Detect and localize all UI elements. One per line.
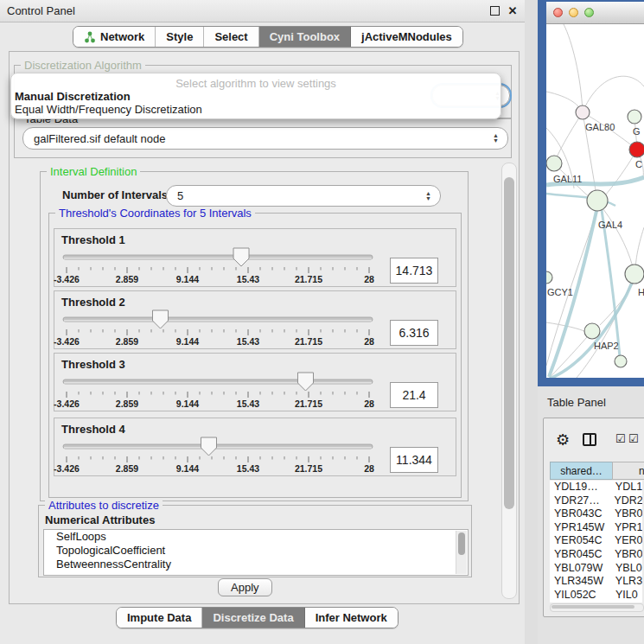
zoom-traffic-light-icon[interactable] (584, 8, 594, 17)
attribute-item[interactable]: BetweennessCentrality (44, 558, 468, 571)
threshold-label: Threshold 2 (61, 296, 125, 309)
network-window-titlebar[interactable] (546, 2, 644, 24)
cell-name: YBR0 (613, 548, 642, 562)
threshold-value-field[interactable]: 14.713 (390, 258, 438, 284)
network-node[interactable] (546, 156, 562, 171)
split-columns-icon[interactable] (583, 433, 596, 446)
slider-thumb (297, 373, 313, 391)
network-node[interactable] (584, 323, 600, 339)
network-node[interactable] (546, 271, 552, 284)
threshold-value-field[interactable]: 11.344 (390, 447, 438, 473)
svg-text:9.144: 9.144 (176, 463, 199, 474)
tab-label: jActiveMNodules (361, 30, 452, 43)
cell-name: YIL0 (614, 589, 638, 603)
tab-impute-data[interactable]: Impute Data (117, 608, 202, 628)
svg-text:2.859: 2.859 (116, 463, 138, 474)
attribute-item[interactable]: SelfLoops (44, 530, 468, 544)
threshold-slider[interactable]: -3.4262.8599.14415.4321.71528 (56, 436, 385, 475)
svg-text:2.859: 2.859 (116, 274, 138, 284)
threshold-row-3: Threshold 3-3.4262.8599.14415.4321.71528… (54, 353, 456, 411)
control-panel: Control Panel ✕ NetworkStyleSelectCyni T… (0, 0, 525, 644)
table-rows[interactable]: YDL19…YDL1YDR27…YDR2YBR043CYBR0YPR145WYP… (550, 481, 642, 603)
table-row[interactable]: YBL079WYBL0 (550, 562, 642, 576)
table-row[interactable]: YDL19…YDL1 (550, 481, 642, 494)
threshold-slider[interactable]: -3.4262.8599.14415.4321.71528 (56, 309, 385, 348)
node-label: GCY1 (547, 287, 573, 297)
interval-definition-title: Interval Definition (47, 166, 140, 177)
svg-text:2.859: 2.859 (116, 399, 138, 409)
cell-name: YBR0 (613, 507, 642, 521)
panel-vertical-scrollbar[interactable] (501, 163, 517, 599)
network-canvas[interactable]: GAL80GCGAL11GAL4GCY1HHAP2 (546, 24, 644, 378)
attribute-item[interactable]: TopologicalCoefficient (44, 544, 468, 558)
tab-style[interactable]: Style (156, 27, 204, 47)
attributes-group-title: Attributes to discretize (45, 500, 163, 511)
float-window-icon[interactable] (489, 6, 500, 16)
network-node[interactable] (576, 105, 590, 119)
threshold-value-field[interactable]: 21.4 (390, 382, 438, 408)
network-node[interactable] (625, 265, 644, 284)
table-row[interactable]: YDR27…YDR2 (550, 494, 642, 508)
checkbox-icon[interactable]: ☑ (628, 432, 639, 445)
gear-icon[interactable]: ⚙ (556, 430, 570, 450)
panel-divider[interactable] (525, 0, 538, 644)
tab-network[interactable]: Network (73, 27, 156, 47)
number-of-intervals-value: 5 (177, 189, 183, 202)
table-column-header-name[interactable]: n (612, 462, 644, 480)
table-column-header-shared[interactable]: shared… (550, 462, 613, 480)
threshold-slider[interactable]: -3.4262.8599.14415.4321.71528 (56, 246, 385, 286)
algorithm-option-2[interactable]: Equal Width/Frequency Discretization (14, 103, 498, 116)
table-row[interactable]: YBR043CYBR0 (550, 507, 642, 521)
list-vertical-scrollbar[interactable] (456, 531, 467, 574)
stepper-arrows-icon: ▲▼ (493, 133, 499, 143)
svg-text:-3.426: -3.426 (54, 336, 80, 347)
network-edge (583, 76, 644, 112)
cell-shared-name: YBL079W (550, 562, 614, 576)
table-row[interactable]: YBR045CYBR0 (550, 548, 642, 562)
threshold-row-1: Threshold 1-3.4262.8599.14415.4321.71528… (54, 228, 456, 287)
table-horizontal-scrollbar[interactable] (550, 603, 644, 612)
minimize-traffic-light-icon[interactable] (569, 8, 578, 17)
top-tab-bar: NetworkStyleSelectCyni ToolboxjActiveMNo… (73, 26, 463, 48)
table-data-select[interactable]: galFiltered.sif default node ▲▼ (22, 127, 508, 150)
apply-button[interactable]: Apply (218, 578, 272, 596)
tab-label: Style (166, 30, 193, 43)
table-row[interactable]: YLR345WYLR3 (550, 575, 642, 589)
tab-select[interactable]: Select (204, 27, 258, 47)
table-row[interactable]: YIL052CYIL0 (550, 589, 642, 603)
tab-cyni-toolbox[interactable]: Cyni Toolbox (259, 27, 351, 47)
threshold-value-field[interactable]: 6.316 (390, 320, 438, 346)
svg-text:21.715: 21.715 (295, 399, 322, 409)
svg-text:28: 28 (364, 399, 374, 409)
number-of-intervals-spinner[interactable]: 5 ▲▼ (166, 185, 441, 207)
checkbox-icon[interactable]: ☑ (615, 432, 626, 445)
close-traffic-light-icon[interactable] (553, 8, 563, 17)
stepper-arrows-icon: ▲▼ (425, 191, 431, 201)
application-root: Control Panel ✕ NetworkStyleSelectCyni T… (0, 0, 644, 644)
node-label: G (633, 126, 641, 137)
network-node[interactable] (628, 110, 641, 124)
network-node[interactable] (587, 190, 608, 211)
tab-infer-network[interactable]: Infer Network (305, 608, 398, 628)
tab-label: Impute Data (127, 611, 191, 624)
table-row[interactable]: YPR145WYPR1 (550, 521, 642, 535)
tab-discretize-data[interactable]: Discretize Data (202, 608, 304, 628)
tab-jactivemnodules[interactable]: jActiveMNodules (351, 27, 462, 47)
network-node[interactable] (615, 355, 627, 367)
cell-shared-name: YER054C (550, 534, 613, 548)
panel-title: Control Panel (7, 4, 481, 17)
numerical-attributes-list[interactable]: SelfLoopsTopologicalCoefficientBetweenne… (43, 529, 469, 576)
tab-label: Cyni Toolbox (270, 30, 340, 43)
svg-text:15.43: 15.43 (237, 274, 259, 284)
scrollbar-thumb[interactable] (504, 177, 514, 509)
svg-text:9.144: 9.144 (176, 336, 199, 347)
network-node[interactable] (629, 142, 644, 157)
scrollbar-thumb[interactable] (552, 605, 634, 609)
scrollbar-thumb[interactable] (458, 532, 465, 555)
threshold-slider[interactable]: -3.4262.8599.14415.4321.71528 (56, 371, 385, 411)
algorithm-option-1[interactable]: Manual Discretization (14, 90, 498, 103)
numerical-attributes-label: Numerical Attributes (45, 513, 155, 526)
close-icon[interactable]: ✕ (507, 6, 518, 16)
svg-text:28: 28 (364, 274, 374, 284)
table-row[interactable]: YER054CYER0 (550, 534, 642, 548)
